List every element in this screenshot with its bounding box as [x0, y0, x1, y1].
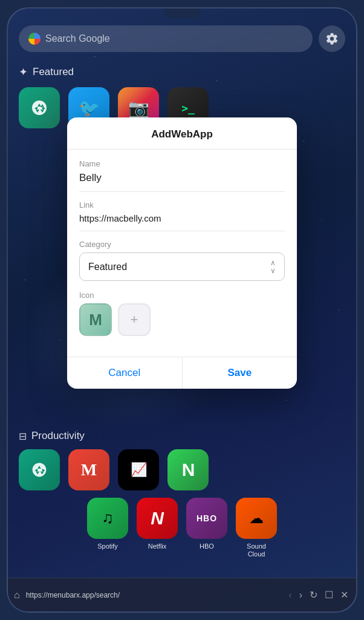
add-icon-button[interactable]: +: [118, 303, 151, 336]
category-label: Category: [79, 240, 285, 249]
link-field-group: Link https://macbelly.com: [79, 200, 285, 231]
modal-title: AddWebApp: [67, 117, 297, 150]
category-dropdown[interactable]: Featured ∧ ∨: [79, 252, 285, 281]
add-webapp-modal: AddWebApp Name Belly Link https://macbel…: [67, 117, 297, 389]
icons-row: M +: [79, 303, 285, 336]
name-label: Name: [79, 159, 285, 168]
chevron-updown-icon: ∧ ∨: [270, 259, 276, 274]
icon-letter: M: [89, 311, 102, 329]
name-field-group: Name Belly: [79, 159, 285, 192]
modal-body: Name Belly Link https://macbelly.com Cat…: [67, 150, 297, 351]
name-value[interactable]: Belly: [79, 172, 285, 192]
link-label: Link: [79, 200, 285, 209]
icon-field-group: Icon M +: [79, 291, 285, 336]
phone-frame: Search Google ✦ Featured 🐦: [7, 7, 357, 613]
modal-overlay: AddWebApp Name Belly Link https://macbel…: [8, 8, 356, 612]
modal-buttons: Cancel Save: [67, 357, 297, 389]
category-field-group: Category Featured ∧ ∨: [79, 240, 285, 281]
category-dropdown-value: Featured: [88, 262, 127, 272]
save-button[interactable]: Save: [183, 357, 297, 389]
icon-label: Icon: [79, 291, 285, 300]
link-value[interactable]: https://macbelly.com: [79, 213, 285, 231]
cancel-button[interactable]: Cancel: [67, 357, 183, 389]
plus-icon: +: [131, 312, 138, 328]
icon-preview[interactable]: M: [79, 303, 112, 336]
